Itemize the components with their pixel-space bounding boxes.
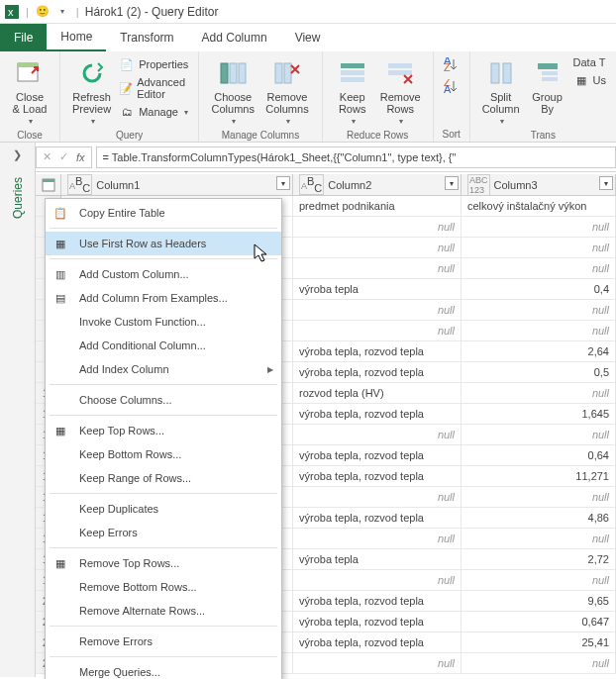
ctx-add-column-examples[interactable]: ▤Add Column From Examples... bbox=[46, 286, 281, 310]
ctx-copy-table[interactable]: 📋Copy Entire Table bbox=[46, 201, 281, 225]
editor-icon: 📝 bbox=[119, 80, 133, 96]
svg-rect-20 bbox=[538, 63, 558, 69]
queries-label[interactable]: Queries bbox=[11, 177, 25, 219]
ctx-add-conditional[interactable]: Add Conditional Column... bbox=[46, 334, 281, 357]
tab-add-column[interactable]: Add Column bbox=[188, 24, 281, 51]
formula-bar: ✕ ✓ fx = Table.TransformColumnTypes(Háro… bbox=[36, 143, 616, 172]
type-any-icon: ABC123 bbox=[467, 174, 490, 196]
group-manage-columns: Choose Columns▾ Remove Columns▾ Manage C… bbox=[199, 51, 322, 142]
type-text-icon: ABC bbox=[67, 174, 92, 195]
tab-view[interactable]: View bbox=[281, 24, 335, 51]
smiley-icon[interactable]: 🙂 bbox=[35, 4, 51, 20]
remove-columns-button[interactable]: Remove Columns▾ bbox=[260, 55, 314, 128]
svg-rect-6 bbox=[239, 63, 246, 83]
ctx-keep-top[interactable]: ▦Keep Top Rows... bbox=[46, 419, 281, 442]
ctx-merge-queries[interactable]: Merge Queries... bbox=[46, 660, 281, 679]
svg-rect-18 bbox=[491, 63, 499, 83]
remove-top-icon: ▦ bbox=[50, 557, 71, 570]
remove-rows-button[interactable]: Remove Rows▾ bbox=[376, 55, 425, 128]
ctx-keep-duplicates[interactable]: Keep Duplicates bbox=[46, 497, 281, 521]
filter-dropdown-icon[interactable]: ▾ bbox=[276, 176, 290, 190]
ctx-keep-errors[interactable]: Keep Errors bbox=[46, 521, 281, 544]
choose-columns-icon bbox=[217, 57, 249, 89]
ctx-first-row-headers[interactable]: ▦Use First Row as Headers bbox=[46, 232, 281, 255]
ribbon: Close & Load▾ Close Refresh Preview▾ 📄Pr… bbox=[0, 51, 616, 143]
headers-icon: ▦ bbox=[573, 72, 589, 88]
split-column-button[interactable]: Split Column▾ bbox=[478, 55, 524, 128]
accept-formula-icon[interactable]: ✓ bbox=[59, 150, 68, 163]
ctx-keep-bottom[interactable]: Keep Bottom Rows... bbox=[46, 442, 281, 466]
keep-rows-icon bbox=[337, 57, 368, 89]
ctx-invoke-function[interactable]: Invoke Custom Function... bbox=[46, 310, 281, 334]
ctx-remove-errors[interactable]: Remove Errors bbox=[46, 630, 281, 653]
keep-top-icon: ▦ bbox=[50, 425, 71, 437]
fx-icon[interactable]: fx bbox=[76, 151, 85, 163]
svg-rect-12 bbox=[388, 63, 412, 68]
manage-button[interactable]: 🗂Manage▾ bbox=[117, 103, 190, 121]
table-corner-button[interactable] bbox=[36, 174, 61, 195]
titlebar: x | 🙂 ▾ | Hárok1 (2) - Query Editor bbox=[0, 0, 616, 24]
svg-text:x: x bbox=[8, 6, 14, 18]
filter-dropdown-icon[interactable]: ▾ bbox=[445, 176, 459, 190]
column-header-2[interactable]: ABCColumn2▾ bbox=[293, 174, 462, 195]
close-load-icon bbox=[14, 57, 46, 89]
tab-home[interactable]: Home bbox=[47, 24, 106, 51]
tab-file[interactable]: File bbox=[0, 24, 47, 51]
custom-col-icon: ▥ bbox=[50, 268, 71, 281]
remove-columns-icon bbox=[271, 57, 303, 89]
sort-desc-button[interactable]: ZA bbox=[442, 77, 462, 95]
svg-rect-21 bbox=[542, 71, 558, 75]
group-query: Refresh Preview▾ 📄Properties 📝Advanced E… bbox=[60, 51, 199, 142]
ctx-keep-range[interactable]: Keep Range of Rows... bbox=[46, 466, 281, 490]
remove-rows-icon bbox=[384, 57, 416, 89]
svg-rect-5 bbox=[230, 63, 237, 83]
sort-asc-button[interactable]: AZ bbox=[442, 55, 462, 73]
context-menu: 📋Copy Entire Table ▦Use First Row as Hea… bbox=[45, 198, 282, 679]
svg-rect-7 bbox=[275, 63, 282, 83]
data-type-button[interactable]: Data T bbox=[571, 55, 608, 69]
split-icon bbox=[485, 57, 517, 89]
refresh-preview-button[interactable]: Refresh Preview▾ bbox=[68, 55, 115, 128]
ctx-add-index[interactable]: Add Index Column▶ bbox=[46, 357, 281, 381]
svg-rect-10 bbox=[341, 70, 364, 75]
svg-rect-22 bbox=[542, 77, 558, 81]
tab-transform[interactable]: Transform bbox=[106, 24, 187, 51]
advanced-editor-button[interactable]: 📝Advanced Editor bbox=[117, 75, 190, 101]
svg-rect-8 bbox=[284, 63, 291, 83]
keep-rows-button[interactable]: Keep Rows▾ bbox=[331, 55, 374, 128]
svg-rect-13 bbox=[388, 70, 412, 75]
close-load-button[interactable]: Close & Load▾ bbox=[8, 55, 51, 128]
svg-rect-4 bbox=[221, 63, 228, 83]
formula-input[interactable]: = Table.TransformColumnTypes(Hárok1_Shee… bbox=[96, 146, 616, 168]
group-sort: AZ ZA Sort bbox=[434, 51, 470, 142]
queries-pane: ❯ Queries bbox=[0, 143, 36, 677]
ctx-remove-bottom[interactable]: Remove Bottom Rows... bbox=[46, 575, 281, 599]
sort-desc-icon: ZA bbox=[444, 78, 460, 94]
cancel-formula-icon[interactable]: ✕ bbox=[43, 150, 51, 163]
svg-text:Z: Z bbox=[444, 61, 451, 71]
ctx-choose-columns[interactable]: Choose Columns... bbox=[46, 388, 281, 412]
groupby-icon bbox=[532, 57, 564, 89]
expand-queries-icon[interactable]: ❯ bbox=[0, 143, 35, 167]
choose-columns-button[interactable]: Choose Columns▾ bbox=[207, 55, 258, 128]
type-text-icon: ABC bbox=[299, 174, 324, 195]
ctx-remove-top[interactable]: ▦Remove Top Rows... bbox=[46, 551, 281, 575]
dropdown-icon[interactable]: ▾ bbox=[54, 4, 70, 20]
properties-button[interactable]: 📄Properties bbox=[117, 55, 190, 73]
column-header-3[interactable]: ABC123Column3▾ bbox=[462, 174, 616, 195]
group-reduce-rows: Keep Rows▾ Remove Rows▾ Reduce Rows bbox=[323, 51, 434, 142]
ribbon-tabs: File Home Transform Add Column View bbox=[0, 24, 616, 51]
svg-text:A: A bbox=[444, 83, 452, 93]
column-header-1[interactable]: ABCColumn1▾ bbox=[61, 174, 293, 195]
separator: | bbox=[76, 6, 79, 18]
excel-icon: x bbox=[4, 4, 20, 20]
properties-icon: 📄 bbox=[119, 56, 135, 72]
svg-rect-24 bbox=[43, 179, 54, 182]
ctx-remove-alternate[interactable]: Remove Alternate Rows... bbox=[46, 599, 281, 623]
use-first-row-button[interactable]: ▦Us bbox=[571, 71, 608, 89]
filter-dropdown-icon[interactable]: ▾ bbox=[599, 176, 613, 190]
group-close: Close & Load▾ Close bbox=[0, 51, 60, 142]
ctx-add-custom-column[interactable]: ▥Add Custom Column... bbox=[46, 262, 281, 286]
manage-icon: 🗂 bbox=[119, 104, 135, 120]
group-by-button[interactable]: Group By bbox=[526, 55, 569, 117]
